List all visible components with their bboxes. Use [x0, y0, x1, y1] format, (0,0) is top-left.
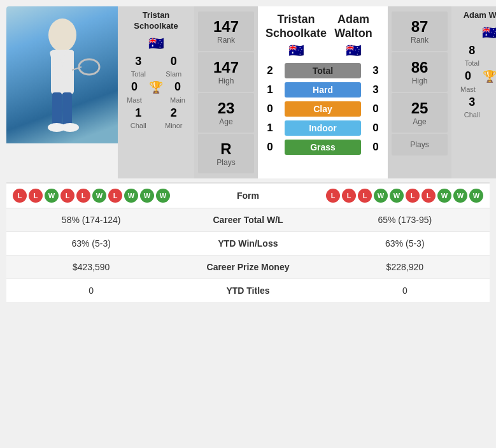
left-high-box: 147 High [198, 52, 254, 92]
left-total-lbl: Total [122, 70, 155, 78]
form-badge-l: L [76, 189, 90, 203]
left-total-val: 3 [122, 55, 155, 68]
form-badge-w: W [469, 189, 483, 203]
hard-right-score: 3 [366, 83, 385, 96]
indoor-left-score: 1 [260, 122, 280, 134]
right-high-box: 86 High [392, 52, 448, 92]
left-prize: $423,590 [13, 262, 169, 272]
svg-rect-4 [62, 92, 72, 127]
left-stats-panel: Tristan Schoolkate 🇦🇺 3 0 Total Slam 0 🏆… [118, 6, 194, 178]
left-plays-box: R Plays [198, 134, 254, 173]
right-slam-val: 0 [491, 44, 497, 57]
right-ytd-wl: 63% (5-3) [327, 238, 483, 249]
left-mast-val: 0 [122, 80, 147, 94]
right-rank-value: 87 [395, 18, 444, 36]
left-rank-box: 147 Rank [198, 11, 254, 51]
svg-point-7 [79, 59, 99, 75]
middle-scores: TristanSchoolkate 🇦🇺 Adam Walton 🇦🇺 2 To… [258, 6, 388, 178]
left-mast-lbl: Mast [122, 96, 147, 104]
ytd-titles-row: 0 YTD Titles 0 [6, 279, 490, 302]
left-name-top: TristanSchoolkate 🇦🇺 [266, 13, 327, 58]
main-container: Tristan Schoolkate 🇦🇺 3 0 Total Slam 0 🏆… [0, 0, 496, 308]
hard-left-score: 1 [260, 83, 280, 96]
top-section: Tristan Schoolkate 🇦🇺 3 0 Total Slam 0 🏆… [6, 6, 490, 178]
form-badge-w: W [124, 189, 138, 203]
left-rank-panel: 147 Rank 147 High 23 Age R Plays [194, 6, 258, 178]
right-total-val: 8 [455, 44, 489, 57]
score-total-row: 2 Total 3 [260, 63, 385, 78]
form-badge-w: W [45, 189, 59, 203]
left-minor-val: 2 [157, 106, 191, 120]
svg-point-10 [61, 123, 79, 132]
form-badge-l: L [29, 189, 43, 203]
trophy-icon-right: 🏆 [483, 69, 496, 83]
ytd-titles-label: YTD Titles [169, 285, 326, 296]
right-prize: $228,920 [327, 262, 483, 272]
right-name-top: Adam Walton 🇦🇺 [327, 13, 380, 58]
left-high-label: High [202, 76, 250, 85]
right-age-value: 25 [395, 99, 444, 117]
career-wl-row: 58% (174-124) Career Total W/L 65% (173-… [6, 208, 490, 232]
left-age-value: 23 [202, 99, 250, 117]
right-mast-lbl: Mast [455, 85, 481, 93]
total-badge: Total [285, 63, 361, 78]
left-ytd-wl: 63% (5-3) [13, 238, 169, 249]
right-ytd-titles: 0 [327, 285, 483, 296]
left-player-name-label: Tristan Schoolkate [134, 10, 178, 36]
form-badge-w: W [92, 189, 106, 203]
right-slam-lbl: Slam [491, 59, 497, 67]
form-badge-l: L [326, 189, 340, 203]
ytd-wl-label: YTD Win/Loss [169, 238, 326, 249]
left-career-wl: 58% (174-124) [13, 215, 169, 225]
right-rank-box: 87 Rank [392, 11, 448, 51]
left-age-box: 23 Age [198, 93, 254, 133]
left-plays-label: Plays [202, 158, 250, 167]
right-chall-val: 3 [455, 96, 489, 109]
form-badge-l: L [60, 189, 74, 203]
score-hard-row: 1 Hard 3 [260, 82, 385, 98]
right-plays-box: Plays [392, 134, 448, 155]
clay-left-score: 0 [260, 103, 280, 115]
form-badge-w: W [453, 189, 467, 203]
right-stats-panel: Adam Walton 🇦🇺 8 0 Total Slam 0 🏆 0 Mast… [451, 6, 496, 178]
right-plays-label: Plays [395, 140, 444, 149]
left-slam-val: 0 [157, 55, 191, 68]
score-indoor-row: 1 Indoor 0 [260, 120, 385, 136]
trophy-icon-left: 🏆 [149, 80, 163, 94]
form-badge-w: W [140, 189, 154, 203]
left-form-badges: LLWLLWLWWW [13, 189, 170, 203]
career-wl-label: Career Total W/L [169, 215, 326, 225]
left-high-value: 147 [202, 59, 250, 76]
left-age-label: Age [202, 117, 250, 126]
right-high-value: 86 [395, 59, 444, 76]
right-minor-val: 5 [491, 96, 497, 109]
left-main-lbl: Main [165, 96, 190, 104]
form-label: Form [237, 191, 259, 201]
right-player-name-label: Adam Walton [464, 10, 496, 25]
clay-right-score: 0 [366, 103, 385, 115]
form-badge-l: L [13, 189, 27, 203]
form-badge-w: W [156, 189, 170, 203]
right-minor-lbl: Minor [491, 111, 497, 119]
form-badge-l: L [342, 189, 356, 203]
right-total-lbl: Total [455, 59, 489, 67]
left-chall-val: 1 [122, 106, 155, 120]
form-badge-l: L [422, 189, 436, 203]
form-badge-l: L [108, 189, 122, 203]
left-flag: 🇦🇺 [148, 36, 164, 51]
total-left-score: 2 [260, 64, 280, 77]
left-ytd-titles: 0 [13, 285, 169, 296]
hard-badge: Hard [285, 82, 361, 98]
right-rank-label: Rank [395, 36, 444, 45]
left-rank-label: Rank [202, 36, 250, 45]
right-mast-val: 0 [455, 69, 481, 83]
indoor-right-score: 0 [366, 122, 385, 134]
svg-rect-3 [52, 92, 62, 127]
clay-badge: Clay [285, 101, 361, 117]
left-minor-lbl: Minor [157, 122, 191, 129]
score-grass-row: 0 Grass 0 [260, 140, 385, 155]
form-row: LLWLLWLWWW Form LLLWWLLWWW [6, 182, 490, 208]
prize-label: Career Prize Money [169, 262, 326, 272]
right-chall-lbl: Chall [455, 111, 489, 119]
grass-right-score: 0 [366, 141, 385, 154]
